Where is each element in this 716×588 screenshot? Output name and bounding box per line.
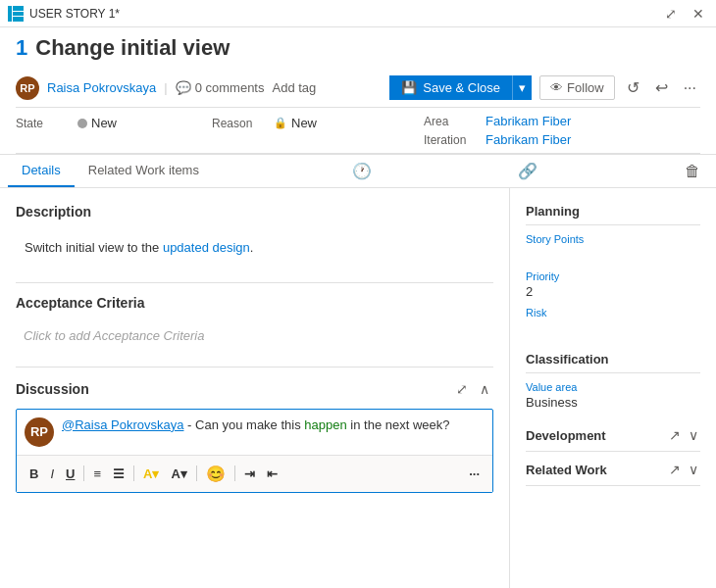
discussion-message: - Can you make this happen in the next w…: [183, 417, 449, 432]
formatting-toolbar: B I U ≡ ☰ A▾ A▾ 😊 ⇥ ⇤ ···: [17, 455, 492, 492]
undo-button[interactable]: ↩: [651, 74, 672, 101]
comments-button[interactable]: 💬 0 comments: [176, 80, 265, 95]
tabs-bar: Details Related Work items 🕐 🔗 🗑: [0, 155, 716, 188]
discussion-collapse-button[interactable]: ∧: [476, 379, 493, 399]
planning-title: Planning: [526, 204, 700, 225]
development-header: Development ↗ ∨: [526, 425, 700, 452]
description-content[interactable]: Switch initial view to the updated desig…: [16, 229, 493, 267]
value-area-value[interactable]: Business: [526, 395, 700, 410]
minimize-button[interactable]: ⤢: [661, 4, 681, 24]
related-work-dropdown-button[interactable]: ∨: [687, 460, 700, 479]
work-item-title-row: 1 Change initial view: [16, 35, 700, 69]
discussion-input-row: RP @Raisa Pokrovskaya - Can you make thi…: [17, 410, 492, 455]
priority-value[interactable]: 2: [526, 284, 700, 299]
add-tag-button[interactable]: Add tag: [272, 80, 316, 95]
discussion-header: Discussion ⤢ ∧: [16, 379, 493, 399]
emoji-button[interactable]: 😊: [201, 462, 230, 486]
acceptance-criteria-section: Acceptance Criteria Click to add Accepta…: [16, 295, 493, 351]
discussion-input-area[interactable]: RP @Raisa Pokrovskaya - Can you make thi…: [16, 409, 493, 493]
tab-details[interactable]: Details: [8, 155, 75, 187]
description-title: Description: [16, 204, 493, 220]
iteration-value[interactable]: Fabrikam Fiber: [486, 132, 571, 147]
italic-button[interactable]: I: [45, 464, 59, 484]
title-bar-actions: ⤢ ✕: [661, 4, 708, 24]
value-area-label: Value area: [526, 381, 700, 393]
discussion-title: Discussion: [16, 381, 89, 397]
story-points-label: Story Points: [526, 233, 700, 245]
area-value[interactable]: Fabrikam Fiber: [486, 114, 571, 128]
development-icons: ↗ ∨: [667, 425, 700, 445]
meta-row: State New Reason 🔒 New Area Fabrikam Fib…: [16, 108, 700, 154]
svg-rect-0: [8, 6, 12, 22]
development-expand-button[interactable]: ↗: [667, 425, 683, 445]
discussion-input-content[interactable]: @Raisa Pokrovskaya - Can you make this h…: [62, 417, 485, 447]
list-button[interactable]: ☰: [108, 464, 129, 484]
development-dropdown-button[interactable]: ∨: [687, 425, 700, 445]
state-label: State: [16, 117, 70, 130]
separator: |: [164, 80, 167, 95]
follow-button[interactable]: 👁 Follow: [539, 75, 615, 100]
description-text-period: .: [250, 240, 254, 255]
more-button[interactable]: ···: [680, 75, 700, 101]
lock-icon: 🔒: [274, 117, 287, 129]
related-work-expand-button[interactable]: ↗: [667, 460, 683, 479]
title-bar: USER STORY 1* ⤢ ✕: [0, 0, 716, 27]
word-in: in: [350, 417, 360, 432]
description-section: Description Switch initial view to the u…: [16, 204, 493, 267]
iteration-label: Iteration: [424, 133, 478, 147]
reason-value: 🔒 New: [274, 116, 317, 130]
area-row: Area Fabrikam Fiber: [424, 114, 571, 128]
highlight-button[interactable]: A▾: [138, 464, 164, 484]
svg-rect-3: [13, 17, 24, 22]
related-work-icons: ↗ ∨: [667, 460, 700, 479]
font-color-button[interactable]: A▾: [166, 464, 191, 484]
refresh-button[interactable]: ↺: [623, 74, 643, 101]
delete-tab-icon[interactable]: 🗑: [677, 159, 708, 184]
related-work-title: Related Work: [526, 463, 607, 477]
more-formatting-button[interactable]: ···: [464, 464, 485, 484]
related-work-section: Related Work ↗ ∨: [526, 460, 700, 486]
history-tab-icon[interactable]: 🕐: [344, 158, 380, 184]
fmt-sep-2: [133, 466, 134, 481]
fmt-sep-1: [83, 466, 84, 481]
bold-button[interactable]: B: [25, 464, 43, 484]
save-close-dropdown-button[interactable]: ▾: [512, 75, 532, 100]
classification-section: Classification Value area Business: [526, 352, 700, 410]
link-tab-icon[interactable]: 🔗: [510, 158, 545, 184]
user-story-icon: [8, 6, 24, 22]
area-label: Area: [424, 115, 478, 128]
title-bar-text: USER STORY 1*: [29, 7, 655, 21]
state-value: New: [77, 116, 117, 130]
priority-label: Priority: [526, 270, 700, 282]
fmt-sep-4: [234, 466, 235, 481]
discussion-actions: ⤢ ∧: [452, 379, 493, 399]
comment-icon: 💬: [176, 80, 191, 95]
discussion-section: Discussion ⤢ ∧ RP @Raisa Pokrovskaya - C…: [16, 379, 493, 493]
divider-1: [16, 282, 493, 283]
discussion-expand-button[interactable]: ⤢: [452, 379, 472, 399]
planning-section: Planning Story Points Priority 2 Risk: [526, 204, 700, 336]
indent-button[interactable]: ⇥: [239, 464, 260, 484]
related-work-header: Related Work ↗ ∨: [526, 460, 700, 486]
description-text-switch: Switch initial view to the: [25, 240, 163, 255]
development-title: Development: [526, 428, 606, 443]
right-panel: Planning Story Points Priority 2 Risk Cl…: [510, 188, 716, 588]
classification-title: Classification: [526, 352, 700, 373]
align-button[interactable]: ≡: [88, 464, 106, 484]
avatar: RP: [16, 76, 39, 100]
mention-link[interactable]: @Raisa Pokrovskaya: [62, 417, 183, 432]
tab-related-work-items[interactable]: Related Work items: [75, 155, 213, 187]
save-close-group: 💾 Save & Close ▾: [389, 75, 532, 100]
close-button[interactable]: ✕: [689, 4, 708, 24]
risk-value[interactable]: [526, 320, 700, 336]
underline-button[interactable]: U: [61, 464, 79, 484]
svg-rect-2: [13, 12, 24, 16]
story-points-value[interactable]: [526, 247, 700, 263]
save-close-button[interactable]: 💾 Save & Close: [389, 75, 512, 100]
development-section: Development ↗ ∨: [526, 425, 700, 452]
user-name[interactable]: Raisa Pokrovskaya: [47, 80, 156, 95]
reason-field: Reason 🔒 New: [212, 114, 408, 132]
outdent-button[interactable]: ⇤: [262, 464, 282, 484]
acceptance-criteria-placeholder[interactable]: Click to add Acceptance Criteria: [16, 320, 493, 351]
iteration-row: Iteration Fabrikam Fiber: [424, 132, 571, 147]
